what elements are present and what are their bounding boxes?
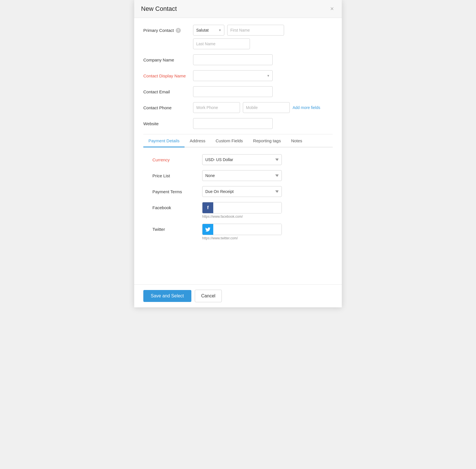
display-name-row: Contact Display Name ▼	[143, 70, 333, 81]
facebook-input[interactable]	[213, 202, 282, 213]
modal-header: New Contact ×	[134, 0, 342, 18]
price-list-wrapper: None ▼	[202, 170, 282, 181]
primary-contact-controls: Salutat Mr. Mrs. Ms. Dr. ▼	[193, 25, 333, 49]
payment-terms-select[interactable]: Due On Receipt Net 15 Net 30 Net 60	[202, 186, 282, 197]
facebook-input-wrapper: f	[202, 202, 282, 213]
tab-notes[interactable]: Notes	[286, 134, 307, 147]
tabs-section: Payment Details Address Custom Fields Re…	[143, 134, 333, 249]
contact-phone-controls: Add more fields	[193, 102, 333, 113]
mobile-input[interactable]	[243, 102, 290, 113]
currency-row: Currency USD- US Dollar EUR- Euro GBP- B…	[152, 154, 324, 165]
company-name-row: Company Name	[143, 54, 333, 65]
contact-email-input[interactable]	[193, 86, 273, 97]
facebook-row: Facebook f https://www.facebook.com/	[152, 202, 324, 219]
website-label: Website	[143, 118, 193, 127]
save-and-select-button[interactable]: Save and Select	[143, 290, 191, 302]
modal-title: New Contact	[141, 5, 177, 13]
first-name-input[interactable]	[227, 25, 284, 36]
price-list-controls: None ▼	[202, 170, 324, 181]
twitter-label: Twitter	[152, 224, 202, 232]
primary-contact-label: Primary Contact ?	[143, 25, 193, 33]
currency-select[interactable]: USD- US Dollar EUR- Euro GBP- British Po…	[202, 154, 282, 165]
salutation-select[interactable]: Salutat Mr. Mrs. Ms. Dr.	[193, 25, 224, 36]
work-phone-input[interactable]	[193, 102, 240, 113]
salutation-wrapper: Salutat Mr. Mrs. Ms. Dr. ▼	[193, 25, 224, 36]
payment-terms-controls: Due On Receipt Net 15 Net 30 Net 60 ▼	[202, 186, 324, 197]
primary-contact-row: Primary Contact ? Salutat Mr. Mrs. Ms. D…	[143, 25, 333, 49]
contact-phone-row: Contact Phone Add more fields	[143, 102, 333, 113]
display-name-label: Contact Display Name	[143, 70, 193, 79]
currency-label: Currency	[152, 154, 202, 163]
facebook-label: Facebook	[152, 202, 202, 211]
website-row: Website	[143, 118, 333, 129]
price-list-label: Price List	[152, 170, 202, 179]
currency-wrapper: USD- US Dollar EUR- Euro GBP- British Po…	[202, 154, 282, 165]
twitter-input-wrapper	[202, 224, 282, 235]
twitter-row: Twitter https://www.tw	[152, 224, 324, 240]
twitter-icon	[202, 224, 213, 235]
company-name-controls	[193, 54, 333, 65]
price-list-row: Price List None ▼	[152, 170, 324, 181]
cancel-button[interactable]: Cancel	[195, 290, 222, 302]
twitter-controls: https://www.twitter.com/	[202, 224, 324, 240]
currency-controls: USD- US Dollar EUR- Euro GBP- British Po…	[202, 154, 324, 165]
display-name-wrapper: ▼	[193, 70, 273, 81]
help-icon: ?	[176, 28, 181, 33]
company-name-label: Company Name	[143, 54, 193, 63]
payment-terms-wrapper: Due On Receipt Net 15 Net 30 Net 60 ▼	[202, 186, 282, 197]
contact-phone-label: Contact Phone	[143, 102, 193, 111]
last-name-input[interactable]	[193, 38, 250, 49]
tab-payment-details[interactable]: Payment Details	[143, 134, 185, 147]
facebook-controls: f https://www.facebook.com/	[202, 202, 324, 219]
add-more-fields-link[interactable]: Add more fields	[293, 105, 320, 110]
tab-address[interactable]: Address	[185, 134, 210, 147]
contact-email-label: Contact Email	[143, 86, 193, 95]
company-name-input[interactable]	[193, 54, 273, 65]
twitter-hint: https://www.twitter.com/	[202, 236, 282, 240]
close-button[interactable]: ×	[329, 6, 335, 12]
price-list-select[interactable]: None	[202, 170, 282, 181]
modal-footer: Save and Select Cancel	[134, 284, 342, 307]
display-name-select[interactable]	[193, 70, 273, 81]
facebook-hint: https://www.facebook.com/	[202, 215, 282, 219]
contact-email-controls	[193, 86, 333, 97]
tab-custom-fields[interactable]: Custom Fields	[210, 134, 248, 147]
tab-content-payment: Currency USD- US Dollar EUR- Euro GBP- B…	[143, 147, 333, 249]
website-input[interactable]	[193, 118, 273, 129]
twitter-input[interactable]	[213, 224, 282, 235]
new-contact-modal: New Contact × Primary Contact ? Salutat …	[134, 0, 342, 307]
facebook-icon: f	[202, 202, 213, 213]
tab-reporting-tags[interactable]: Reporting tags	[248, 134, 286, 147]
contact-email-row: Contact Email	[143, 86, 333, 97]
website-controls	[193, 118, 333, 129]
payment-terms-row: Payment Terms Due On Receipt Net 15 Net …	[152, 186, 324, 197]
display-name-controls: ▼	[193, 70, 333, 81]
tabs-bar: Payment Details Address Custom Fields Re…	[143, 134, 333, 147]
modal-body: Primary Contact ? Salutat Mr. Mrs. Ms. D…	[134, 18, 342, 284]
payment-terms-label: Payment Terms	[152, 186, 202, 195]
